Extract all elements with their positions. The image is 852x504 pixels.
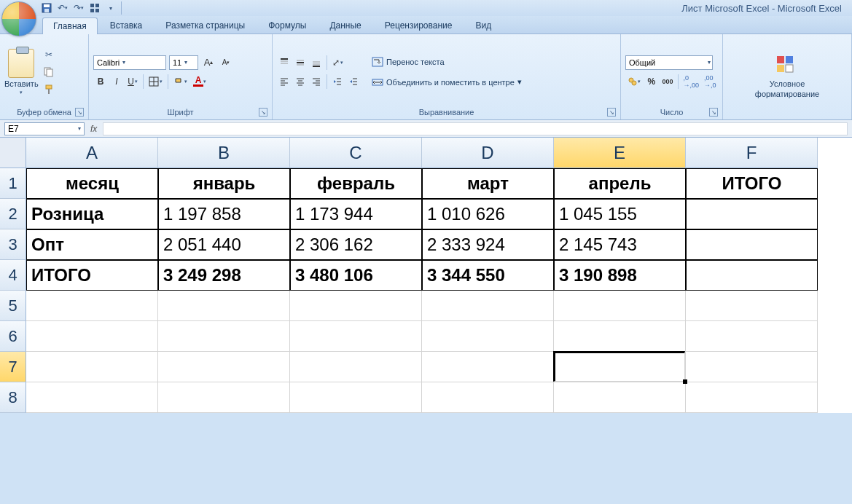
increase-indent-icon[interactable] xyxy=(346,74,361,89)
font-name-combo[interactable]: Calibri▾ xyxy=(93,55,166,70)
tab-insert[interactable]: Вставка xyxy=(99,17,154,34)
cell-D2[interactable]: 1 010 626 xyxy=(422,199,554,229)
tab-view[interactable]: Вид xyxy=(464,17,502,34)
alignment-launcher-icon[interactable]: ↘ xyxy=(607,108,616,117)
col-header-C[interactable]: C xyxy=(290,138,422,168)
cell-C8[interactable] xyxy=(290,382,422,413)
office-button[interactable] xyxy=(1,1,36,36)
align-left-icon[interactable] xyxy=(277,74,292,89)
cell-A7[interactable] xyxy=(26,352,158,382)
fx-icon[interactable]: fx xyxy=(90,124,97,134)
cell-B6[interactable] xyxy=(158,321,290,352)
cell-C6[interactable] xyxy=(290,321,422,352)
wrap-text-button[interactable]: Перенос текста xyxy=(368,54,525,70)
cell-D6[interactable] xyxy=(422,321,554,352)
cell-E1[interactable]: апрель xyxy=(554,168,686,199)
row-header-1[interactable]: 1 xyxy=(0,168,26,199)
paste-label[interactable]: Вставить xyxy=(4,79,39,88)
number-format-combo[interactable]: Общий▾ xyxy=(625,55,713,70)
col-header-E[interactable]: E xyxy=(554,138,686,168)
cell-C1[interactable]: февраль xyxy=(290,168,422,199)
row-header-5[interactable]: 5 xyxy=(0,291,26,321)
cell-F8[interactable] xyxy=(686,382,818,413)
spreadsheet-grid[interactable]: A B C D E F 1 месяц январь февраль март … xyxy=(0,138,852,413)
cell-C2[interactable]: 1 173 944 xyxy=(290,199,422,229)
cell-E7[interactable] xyxy=(554,352,686,382)
currency-icon[interactable]: ▾ xyxy=(625,74,643,89)
row-header-7[interactable]: 7 xyxy=(0,352,26,382)
cell-E3[interactable]: 2 145 743 xyxy=(554,229,686,260)
col-header-F[interactable]: F xyxy=(686,138,818,168)
cell-B4[interactable]: 3 249 298 xyxy=(158,260,290,291)
cell-B1[interactable]: январь xyxy=(158,168,290,199)
paste-icon[interactable] xyxy=(8,49,34,78)
cell-A2[interactable]: Розница xyxy=(26,199,158,229)
tab-formulas[interactable]: Формулы xyxy=(257,17,317,34)
align-bottom-icon[interactable] xyxy=(309,55,324,70)
cell-E2[interactable]: 1 045 155 xyxy=(554,199,686,229)
clipboard-launcher-icon[interactable]: ↘ xyxy=(75,108,84,117)
font-color-button[interactable]: A▾ xyxy=(191,74,206,89)
font-launcher-icon[interactable]: ↘ xyxy=(259,108,267,117)
cut-icon[interactable]: ✂ xyxy=(42,47,56,62)
tab-page-layout[interactable]: Разметка страницы xyxy=(155,17,256,34)
row-header-2[interactable]: 2 xyxy=(0,199,26,229)
cell-C4[interactable]: 3 480 106 xyxy=(290,260,422,291)
col-header-D[interactable]: D xyxy=(422,138,554,168)
copy-icon[interactable] xyxy=(42,65,56,79)
cell-D1[interactable]: март xyxy=(422,168,554,199)
cell-C5[interactable] xyxy=(290,291,422,321)
cell-A4[interactable]: ИТОГО xyxy=(26,260,158,291)
name-box[interactable]: E7▾ xyxy=(4,122,85,135)
cell-D8[interactable] xyxy=(422,382,554,413)
align-center-icon[interactable] xyxy=(293,74,308,89)
underline-button[interactable]: U▾ xyxy=(125,74,140,89)
paste-dropdown-icon[interactable]: ▾ xyxy=(20,90,23,95)
format-painter-icon[interactable] xyxy=(42,82,56,97)
borders-button[interactable]: ▾ xyxy=(146,74,165,89)
merge-center-button[interactable]: Объединить и поместить в центре▾ xyxy=(368,74,525,90)
increase-font-icon[interactable]: A▴ xyxy=(201,55,216,70)
cell-B8[interactable] xyxy=(158,382,290,413)
align-top-icon[interactable] xyxy=(277,55,292,70)
cell-B3[interactable]: 2 051 440 xyxy=(158,229,290,260)
cell-E5[interactable] xyxy=(554,291,686,321)
cell-F6[interactable] xyxy=(686,321,818,352)
col-header-A[interactable]: A xyxy=(26,138,158,168)
col-header-B[interactable]: B xyxy=(158,138,290,168)
cell-B5[interactable] xyxy=(158,291,290,321)
comma-icon[interactable]: 000 xyxy=(660,74,675,89)
orientation-icon[interactable]: ⤢▾ xyxy=(330,55,345,70)
cell-E4[interactable]: 3 190 898 xyxy=(554,260,686,291)
row-header-6[interactable]: 6 xyxy=(0,321,26,352)
cell-E8[interactable] xyxy=(554,382,686,413)
percent-icon[interactable]: % xyxy=(644,74,659,89)
qat-custom-icon[interactable] xyxy=(89,2,101,14)
decrease-font-icon[interactable]: A▾ xyxy=(219,55,233,70)
cell-C3[interactable]: 2 306 162 xyxy=(290,229,422,260)
increase-decimal-icon[interactable]: ,0→,00 xyxy=(681,74,700,89)
cell-D4[interactable]: 3 344 550 xyxy=(422,260,554,291)
select-all-corner[interactable] xyxy=(0,138,26,168)
tab-home[interactable]: Главная xyxy=(42,17,98,34)
cell-B7[interactable] xyxy=(158,352,290,382)
formula-input[interactable] xyxy=(103,122,848,135)
cell-D5[interactable] xyxy=(422,291,554,321)
font-size-combo[interactable]: 11▾ xyxy=(169,55,198,70)
align-right-icon[interactable] xyxy=(309,74,324,89)
cell-B2[interactable]: 1 197 858 xyxy=(158,199,290,229)
redo-icon[interactable]: ↷▾ xyxy=(73,2,85,14)
number-launcher-icon[interactable]: ↘ xyxy=(709,108,718,117)
cell-F3[interactable] xyxy=(686,229,818,260)
fill-color-button[interactable]: ▾ xyxy=(171,74,189,89)
align-middle-icon[interactable] xyxy=(293,55,308,70)
cell-F4[interactable] xyxy=(686,260,818,291)
cell-A5[interactable] xyxy=(26,291,158,321)
cell-A3[interactable]: Опт xyxy=(26,229,158,260)
cell-E6[interactable] xyxy=(554,321,686,352)
undo-icon[interactable]: ↶▾ xyxy=(57,2,69,14)
cell-D3[interactable]: 2 333 924 xyxy=(422,229,554,260)
save-icon[interactable] xyxy=(41,2,52,14)
cell-F2[interactable] xyxy=(686,199,818,229)
cell-A6[interactable] xyxy=(26,321,158,352)
